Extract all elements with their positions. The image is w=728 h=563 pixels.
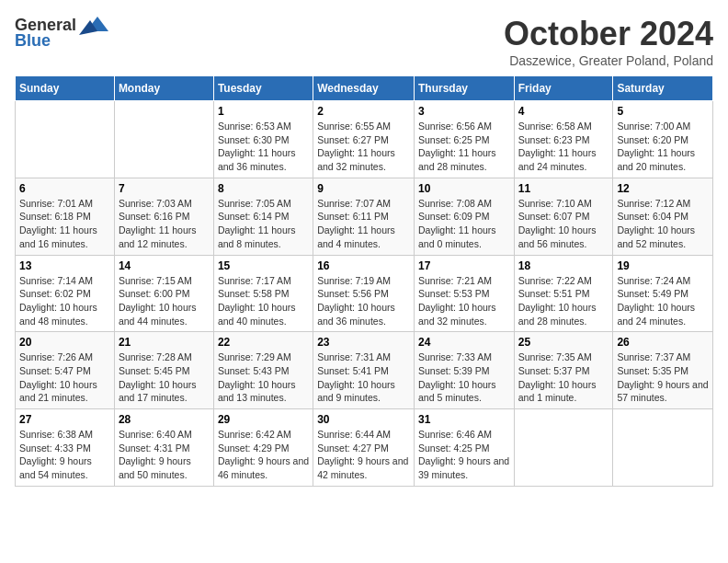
- day-info: Sunrise: 7:29 AM Sunset: 5:43 PM Dayligh…: [218, 350, 309, 405]
- day-cell: [114, 101, 213, 178]
- title-block: October 2024 Daszewice, Greater Poland, …: [504, 15, 713, 68]
- day-info: Sunrise: 6:53 AM Sunset: 6:30 PM Dayligh…: [218, 120, 309, 174]
- day-cell: 18Sunrise: 7:22 AM Sunset: 5:51 PM Dayli…: [514, 255, 613, 332]
- day-cell: 27Sunrise: 6:38 AM Sunset: 4:33 PM Dayli…: [16, 409, 115, 487]
- day-cell: 13Sunrise: 7:14 AM Sunset: 6:02 PM Dayli…: [16, 255, 115, 332]
- day-number: 20: [19, 336, 110, 349]
- day-cell: 19Sunrise: 7:24 AM Sunset: 5:49 PM Dayli…: [613, 255, 713, 332]
- day-info: Sunrise: 7:03 AM Sunset: 6:16 PM Dayligh…: [119, 197, 210, 251]
- day-cell: 21Sunrise: 7:28 AM Sunset: 5:45 PM Dayli…: [114, 332, 213, 409]
- day-info: Sunrise: 7:05 AM Sunset: 6:14 PM Dayligh…: [218, 197, 309, 251]
- day-number: 15: [218, 259, 309, 272]
- day-info: Sunrise: 7:33 AM Sunset: 5:39 PM Dayligh…: [418, 350, 510, 405]
- day-number: 30: [317, 413, 410, 426]
- day-cell: 17Sunrise: 7:21 AM Sunset: 5:53 PM Dayli…: [414, 255, 514, 332]
- day-cell: 10Sunrise: 7:08 AM Sunset: 6:09 PM Dayli…: [414, 178, 514, 255]
- week-row-2: 6Sunrise: 7:01 AM Sunset: 6:18 PM Daylig…: [16, 178, 713, 255]
- day-cell: 7Sunrise: 7:03 AM Sunset: 6:16 PM Daylig…: [114, 178, 213, 255]
- day-info: Sunrise: 6:55 AM Sunset: 6:27 PM Dayligh…: [317, 120, 410, 174]
- day-info: Sunrise: 7:08 AM Sunset: 6:09 PM Dayligh…: [418, 197, 510, 251]
- day-info: Sunrise: 7:17 AM Sunset: 5:58 PM Dayligh…: [218, 274, 309, 328]
- day-info: Sunrise: 6:42 AM Sunset: 4:29 PM Dayligh…: [218, 428, 309, 482]
- location-subtitle: Daszewice, Greater Poland, Poland: [504, 53, 713, 68]
- day-number: 4: [518, 105, 609, 118]
- day-cell: [514, 409, 613, 487]
- col-header-saturday: Saturday: [613, 76, 713, 101]
- day-number: 7: [119, 182, 210, 195]
- col-header-thursday: Thursday: [414, 76, 514, 101]
- col-header-sunday: Sunday: [16, 76, 115, 101]
- day-info: Sunrise: 7:21 AM Sunset: 5:53 PM Dayligh…: [418, 274, 510, 328]
- day-number: 26: [617, 336, 709, 349]
- day-info: Sunrise: 7:28 AM Sunset: 5:45 PM Dayligh…: [119, 350, 210, 405]
- day-cell: 23Sunrise: 7:31 AM Sunset: 5:41 PM Dayli…: [313, 332, 415, 409]
- day-info: Sunrise: 7:31 AM Sunset: 5:41 PM Dayligh…: [317, 350, 410, 405]
- day-number: 21: [119, 336, 210, 349]
- day-number: 25: [518, 336, 609, 349]
- day-info: Sunrise: 7:10 AM Sunset: 6:07 PM Dayligh…: [518, 197, 609, 251]
- day-cell: 11Sunrise: 7:10 AM Sunset: 6:07 PM Dayli…: [514, 178, 613, 255]
- day-number: 19: [617, 259, 709, 272]
- day-number: 5: [617, 105, 709, 118]
- day-number: 28: [119, 413, 210, 426]
- day-number: 3: [418, 105, 510, 118]
- day-cell: 6Sunrise: 7:01 AM Sunset: 6:18 PM Daylig…: [16, 178, 115, 255]
- day-info: Sunrise: 7:37 AM Sunset: 5:35 PM Dayligh…: [617, 350, 709, 405]
- day-number: 9: [317, 182, 410, 195]
- day-info: Sunrise: 6:46 AM Sunset: 4:25 PM Dayligh…: [418, 428, 510, 482]
- week-row-1: 1Sunrise: 6:53 AM Sunset: 6:30 PM Daylig…: [16, 101, 713, 178]
- day-number: 23: [317, 336, 410, 349]
- day-number: 13: [19, 259, 110, 272]
- day-cell: 15Sunrise: 7:17 AM Sunset: 5:58 PM Dayli…: [213, 255, 313, 332]
- day-info: Sunrise: 7:00 AM Sunset: 6:20 PM Dayligh…: [617, 120, 709, 174]
- calendar-table: SundayMondayTuesdayWednesdayThursdayFrid…: [15, 75, 713, 487]
- day-number: 6: [19, 182, 110, 195]
- day-cell: [613, 409, 713, 487]
- day-cell: 30Sunrise: 6:44 AM Sunset: 4:27 PM Dayli…: [313, 409, 415, 487]
- day-cell: 29Sunrise: 6:42 AM Sunset: 4:29 PM Dayli…: [213, 409, 313, 487]
- day-number: 10: [418, 182, 510, 195]
- day-cell: 22Sunrise: 7:29 AM Sunset: 5:43 PM Dayli…: [213, 332, 313, 409]
- day-info: Sunrise: 7:01 AM Sunset: 6:18 PM Dayligh…: [19, 197, 110, 251]
- day-cell: 8Sunrise: 7:05 AM Sunset: 6:14 PM Daylig…: [213, 178, 313, 255]
- day-cell: 9Sunrise: 7:07 AM Sunset: 6:11 PM Daylig…: [313, 178, 415, 255]
- day-number: 14: [119, 259, 210, 272]
- day-info: Sunrise: 7:24 AM Sunset: 5:49 PM Dayligh…: [617, 274, 709, 328]
- day-number: 16: [317, 259, 410, 272]
- day-info: Sunrise: 7:22 AM Sunset: 5:51 PM Dayligh…: [518, 274, 609, 328]
- day-info: Sunrise: 7:26 AM Sunset: 5:47 PM Dayligh…: [19, 350, 110, 405]
- logo: General Blue: [15, 15, 108, 51]
- day-info: Sunrise: 6:40 AM Sunset: 4:31 PM Dayligh…: [119, 428, 210, 482]
- day-info: Sunrise: 6:56 AM Sunset: 6:25 PM Dayligh…: [418, 120, 510, 174]
- day-cell: 3Sunrise: 6:56 AM Sunset: 6:25 PM Daylig…: [414, 101, 514, 178]
- day-cell: 4Sunrise: 6:58 AM Sunset: 6:23 PM Daylig…: [514, 101, 613, 178]
- logo-blue-text: Blue: [15, 31, 51, 51]
- day-number: 29: [218, 413, 309, 426]
- week-row-4: 20Sunrise: 7:26 AM Sunset: 5:47 PM Dayli…: [16, 332, 713, 409]
- day-number: 1: [218, 105, 309, 118]
- day-cell: 20Sunrise: 7:26 AM Sunset: 5:47 PM Dayli…: [16, 332, 115, 409]
- day-number: 18: [518, 259, 609, 272]
- day-info: Sunrise: 6:58 AM Sunset: 6:23 PM Dayligh…: [518, 120, 609, 174]
- day-cell: [16, 101, 115, 178]
- day-cell: 31Sunrise: 6:46 AM Sunset: 4:25 PM Dayli…: [414, 409, 514, 487]
- col-header-monday: Monday: [114, 76, 213, 101]
- day-cell: 24Sunrise: 7:33 AM Sunset: 5:39 PM Dayli…: [414, 332, 514, 409]
- day-number: 8: [218, 182, 309, 195]
- day-cell: 5Sunrise: 7:00 AM Sunset: 6:20 PM Daylig…: [613, 101, 713, 178]
- week-row-5: 27Sunrise: 6:38 AM Sunset: 4:33 PM Dayli…: [16, 409, 713, 487]
- logo-icon: [79, 15, 108, 35]
- day-number: 17: [418, 259, 510, 272]
- day-cell: 28Sunrise: 6:40 AM Sunset: 4:31 PM Dayli…: [114, 409, 213, 487]
- day-number: 12: [617, 182, 709, 195]
- day-info: Sunrise: 7:35 AM Sunset: 5:37 PM Dayligh…: [518, 350, 609, 405]
- day-cell: 25Sunrise: 7:35 AM Sunset: 5:37 PM Dayli…: [514, 332, 613, 409]
- col-header-wednesday: Wednesday: [313, 76, 415, 101]
- day-info: Sunrise: 7:19 AM Sunset: 5:56 PM Dayligh…: [317, 274, 410, 328]
- day-info: Sunrise: 7:15 AM Sunset: 6:00 PM Dayligh…: [119, 274, 210, 328]
- day-cell: 12Sunrise: 7:12 AM Sunset: 6:04 PM Dayli…: [613, 178, 713, 255]
- page-title: October 2024: [504, 15, 713, 53]
- day-info: Sunrise: 6:38 AM Sunset: 4:33 PM Dayligh…: [19, 428, 110, 482]
- day-number: 27: [19, 413, 110, 426]
- day-info: Sunrise: 7:14 AM Sunset: 6:02 PM Dayligh…: [19, 274, 110, 328]
